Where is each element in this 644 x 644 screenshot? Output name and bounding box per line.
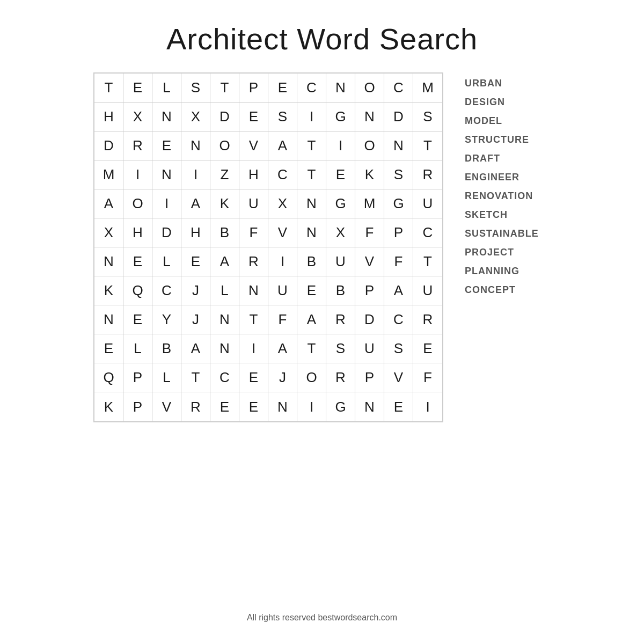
grid-cell: N bbox=[94, 305, 123, 334]
word-list-item: STRUCTURE bbox=[465, 134, 551, 145]
grid-cell: R bbox=[181, 392, 210, 421]
grid-cell: Y bbox=[152, 305, 181, 334]
grid-cell: E bbox=[94, 334, 123, 363]
grid-cell: G bbox=[326, 392, 355, 421]
page-title: Architect Word Search bbox=[166, 21, 478, 56]
grid-cell: F bbox=[384, 247, 413, 276]
grid-cell: X bbox=[326, 218, 355, 247]
grid-cell: E bbox=[239, 363, 268, 392]
grid-cell: U bbox=[268, 276, 297, 305]
grid-cell: F bbox=[413, 363, 442, 392]
grid-cell: U bbox=[413, 189, 442, 218]
word-list-item: PLANNING bbox=[465, 266, 551, 277]
grid-cell: X bbox=[268, 189, 297, 218]
grid-cell: I bbox=[297, 392, 326, 421]
grid-cell: X bbox=[181, 103, 210, 131]
grid-cell: T bbox=[297, 334, 326, 363]
grid-cell: H bbox=[123, 218, 152, 247]
grid-cell: O bbox=[355, 131, 384, 160]
grid-cell: U bbox=[239, 189, 268, 218]
grid-cell: B bbox=[326, 276, 355, 305]
grid-cell: I bbox=[181, 160, 210, 189]
grid-cell: R bbox=[123, 131, 152, 160]
grid-cell: K bbox=[210, 189, 239, 218]
grid-cell: O bbox=[123, 189, 152, 218]
grid-cell: T bbox=[413, 131, 442, 160]
word-list-item: URBAN bbox=[465, 78, 551, 89]
word-list-item: RENOVATION bbox=[465, 191, 551, 202]
grid-cell: V bbox=[268, 218, 297, 247]
grid-cell: B bbox=[152, 334, 181, 363]
word-list-item: SUSTAINABLE bbox=[465, 228, 551, 239]
grid-cell: C bbox=[210, 363, 239, 392]
grid-cell: E bbox=[123, 305, 152, 334]
grid-cell: N bbox=[297, 218, 326, 247]
grid-cell: Z bbox=[210, 160, 239, 189]
grid-cell: O bbox=[210, 131, 239, 160]
grid-cell: V bbox=[239, 131, 268, 160]
grid-cell: A bbox=[94, 189, 123, 218]
grid-cell: E bbox=[384, 392, 413, 421]
grid-cell: S bbox=[326, 334, 355, 363]
grid-cell: I bbox=[268, 247, 297, 276]
grid-cell: T bbox=[297, 160, 326, 189]
grid-cell: R bbox=[413, 160, 442, 189]
grid-cell: R bbox=[413, 305, 442, 334]
grid-cell: E bbox=[152, 131, 181, 160]
grid-cell: A bbox=[268, 131, 297, 160]
grid-cell: E bbox=[210, 392, 239, 421]
grid-cell: X bbox=[123, 103, 152, 131]
grid-cell: I bbox=[413, 392, 442, 421]
grid-cell: N bbox=[181, 131, 210, 160]
grid-cell: H bbox=[181, 218, 210, 247]
grid-cell: D bbox=[94, 131, 123, 160]
word-list: URBANDESIGNMODELSTRUCTUREDRAFTENGINEERRE… bbox=[465, 72, 551, 296]
grid-cell: C bbox=[268, 160, 297, 189]
grid-cell: I bbox=[152, 189, 181, 218]
word-search-grid: TELSTPECNOCMHXNXDESIGNDSDRENOVATIONTMINI… bbox=[93, 72, 443, 422]
grid-cell: N bbox=[384, 131, 413, 160]
grid-cell: N bbox=[210, 305, 239, 334]
grid-cell: K bbox=[355, 160, 384, 189]
grid-cell: L bbox=[152, 74, 181, 103]
grid-cell: V bbox=[384, 363, 413, 392]
grid-cell: L bbox=[210, 276, 239, 305]
grid-cell: K bbox=[94, 276, 123, 305]
grid-cell: P bbox=[123, 392, 152, 421]
grid-cell: U bbox=[355, 334, 384, 363]
grid-cell: M bbox=[355, 189, 384, 218]
grid-cell: P bbox=[355, 276, 384, 305]
grid-cell: T bbox=[239, 305, 268, 334]
grid-cell: P bbox=[123, 363, 152, 392]
grid-cell: G bbox=[326, 189, 355, 218]
grid-cell: U bbox=[413, 276, 442, 305]
grid-cell: C bbox=[152, 276, 181, 305]
word-list-item: SKETCH bbox=[465, 209, 551, 221]
grid-cell: A bbox=[210, 247, 239, 276]
grid-cell: M bbox=[413, 74, 442, 103]
grid-cell: F bbox=[268, 305, 297, 334]
grid-cell: F bbox=[355, 218, 384, 247]
grid-cell: E bbox=[123, 74, 152, 103]
grid-cell: O bbox=[297, 363, 326, 392]
grid-cell: U bbox=[326, 247, 355, 276]
grid-cell: A bbox=[181, 189, 210, 218]
grid-cell: S bbox=[268, 103, 297, 131]
grid-cell: T bbox=[181, 363, 210, 392]
grid-cell: B bbox=[210, 218, 239, 247]
grid-cell: O bbox=[355, 74, 384, 103]
grid-cell: G bbox=[384, 189, 413, 218]
word-list-item: DESIGN bbox=[465, 97, 551, 108]
grid-cell: D bbox=[210, 103, 239, 131]
grid-cell: T bbox=[210, 74, 239, 103]
grid-cell: A bbox=[297, 305, 326, 334]
grid-cell: C bbox=[384, 74, 413, 103]
grid-cell: K bbox=[94, 392, 123, 421]
word-list-item: CONCEPT bbox=[465, 284, 551, 296]
grid-cell: D bbox=[152, 218, 181, 247]
grid-cell: N bbox=[210, 334, 239, 363]
grid-cell: N bbox=[152, 160, 181, 189]
grid-cell: L bbox=[123, 334, 152, 363]
word-list-item: DRAFT bbox=[465, 153, 551, 164]
grid-cell: I bbox=[326, 131, 355, 160]
